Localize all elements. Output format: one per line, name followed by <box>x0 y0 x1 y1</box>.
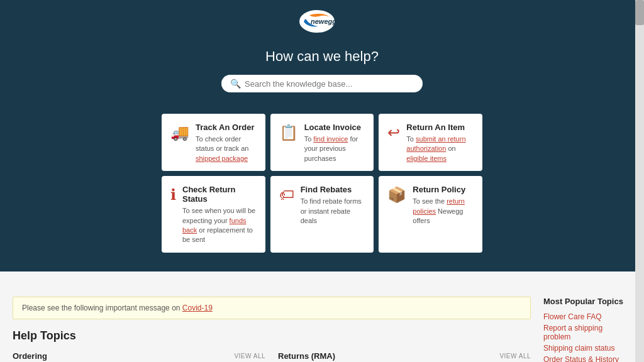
scrollbar[interactable] <box>635 0 644 362</box>
ordering-title: Ordering VIEW ALL <box>13 351 265 361</box>
main-content: Please see the following important messa… <box>13 284 631 362</box>
topics-grid: Ordering VIEW ALL Order Status & History… <box>13 351 531 362</box>
card-return-item-title: Return An Item <box>406 123 474 132</box>
popular-topics-title: Most Popular Topics <box>543 297 631 306</box>
card-locate-invoice-content: Locate Invoice To find invoice for your … <box>304 123 365 163</box>
search-input[interactable] <box>245 79 414 89</box>
list-item[interactable]: Report a shipping problem <box>543 322 631 343</box>
svg-text:newegg: newegg <box>311 18 336 25</box>
return-icon: ↩ <box>387 124 400 141</box>
card-track-order[interactable]: 🚚 Track An Order To check order status o… <box>162 114 265 171</box>
card-track-order-title: Track An Order <box>196 123 257 132</box>
returns-view-all[interactable]: VIEW ALL <box>499 353 531 359</box>
card-return-item-content: Return An Item To submit an return autho… <box>406 123 474 163</box>
card-return-policy-title: Return Policy <box>413 185 474 194</box>
card-find-rebates-desc: To find rebate forms or instant rebate d… <box>301 197 365 226</box>
card-locate-invoice[interactable]: 📋 Locate Invoice To find invoice for you… <box>270 114 374 171</box>
card-return-policy-content: Return Policy To see the return policies… <box>413 185 474 226</box>
card-check-return-desc: To see when you will be expecting your f… <box>182 206 257 245</box>
popular-topics: Most Popular Topics Flower Care FAQ Repo… <box>543 297 631 362</box>
hero-title: How can we help? <box>0 48 644 65</box>
card-locate-invoice-title: Locate Invoice <box>304 123 365 132</box>
list-item[interactable]: Flower Care FAQ <box>543 311 631 322</box>
card-return-item-desc: To submit an return authorization on eli… <box>406 134 474 163</box>
scrollbar-thumb[interactable] <box>635 0 644 25</box>
card-track-order-desc: To check order status or track an shippe… <box>196 134 257 163</box>
left-panel: Please see the following important messa… <box>13 297 531 362</box>
card-return-policy-desc: To see the return policies Newegg offers <box>413 197 474 226</box>
logo-area: newegg <box>0 8 644 36</box>
box-icon: 📦 <box>387 186 406 204</box>
card-find-rebates[interactable]: 🏷 Find Rebates To find rebate forms or i… <box>270 176 374 253</box>
header: newegg How can we help? 🔍 <box>0 0 644 107</box>
returns-title: Returns (RMA) VIEW ALL <box>278 351 531 361</box>
right-panel: Most Popular Topics Flower Care FAQ Repo… <box>543 297 631 362</box>
card-check-return[interactable]: ℹ Check Return Status To see when you wi… <box>162 176 265 253</box>
card-return-item[interactable]: ↩ Return An Item To submit an return aut… <box>379 114 482 171</box>
invoice-icon: 📋 <box>279 124 298 141</box>
card-find-rebates-content: Find Rebates To find rebate forms or ins… <box>301 185 365 226</box>
covid-banner: Please see the following important messa… <box>13 297 531 319</box>
rebate-icon: 🏷 <box>279 186 294 204</box>
cards-grid: 🚚 Track An Order To check order status o… <box>162 114 482 253</box>
search-bar: 🔍 <box>221 75 423 92</box>
card-track-order-content: Track An Order To check order status or … <box>196 123 257 163</box>
ordering-view-all[interactable]: VIEW ALL <box>234 353 265 359</box>
search-icon: 🔍 <box>230 79 241 89</box>
topic-section-ordering: Ordering VIEW ALL Order Status & History… <box>13 351 265 362</box>
newegg-logo[interactable]: newegg <box>297 8 347 36</box>
info-icon: ℹ <box>170 186 176 204</box>
covid-link[interactable]: Covid-19 <box>182 304 213 312</box>
help-topics-title: Help Topics <box>13 329 531 343</box>
card-check-return-content: Check Return Status To see when you will… <box>182 185 257 245</box>
list-item[interactable]: Order Status & History <box>543 354 631 362</box>
card-return-policy[interactable]: 📦 Return Policy To see the return polici… <box>379 176 482 253</box>
logo-svg: newegg <box>297 8 347 36</box>
popular-topics-list: Flower Care FAQ Report a shipping proble… <box>543 311 631 362</box>
topic-section-returns: Returns (RMA) VIEW ALL Returning an item… <box>278 351 531 362</box>
card-locate-invoice-desc: To find invoice for your previous purcha… <box>304 134 365 163</box>
cards-section: 🚚 Track An Order To check order status o… <box>0 107 644 272</box>
card-check-return-title: Check Return Status <box>182 185 257 204</box>
truck-icon: 🚚 <box>170 124 189 141</box>
list-item[interactable]: Shipping claim status <box>543 343 631 354</box>
covid-banner-text: Please see the following important messa… <box>22 304 182 312</box>
card-find-rebates-title: Find Rebates <box>301 185 365 194</box>
